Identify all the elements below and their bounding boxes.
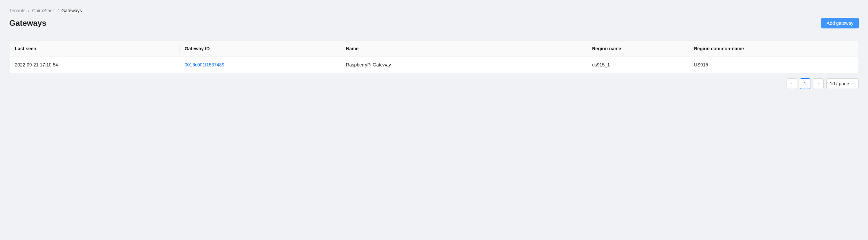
breadcrumb-separator: /	[57, 8, 59, 13]
breadcrumb-item-tenants[interactable]: Tenants	[9, 8, 26, 13]
table-row: 2022-09-21 17:10:54 0016c001f1537489 Ras…	[9, 57, 859, 73]
pagination-next-button[interactable]	[813, 78, 824, 89]
cell-last-seen: 2022-09-21 17:10:54	[9, 57, 179, 73]
pagination-prev-button[interactable]	[786, 78, 797, 89]
page-size-label: 10 / page	[830, 81, 849, 86]
add-gateway-button[interactable]: Add gateway	[821, 18, 859, 28]
breadcrumb-item-tenant[interactable]: ChirpStack	[32, 8, 55, 13]
column-header-name[interactable]: Name	[341, 41, 587, 57]
cell-gateway-id: 0016c001f1537489	[179, 57, 341, 73]
page-size-select[interactable]: 10 / page	[826, 78, 859, 89]
breadcrumb-separator: /	[28, 8, 29, 13]
gateways-table: Last seen Gateway ID Name Region name Re…	[9, 40, 859, 73]
cell-region-name: us915_1	[587, 57, 689, 73]
chevron-down-icon	[852, 82, 855, 85]
breadcrumb: Tenants / ChirpStack / Gateways	[9, 8, 859, 13]
column-header-region-common-name[interactable]: Region common-name	[689, 41, 859, 57]
cell-name: RaspberryPi Gateway	[341, 57, 587, 73]
column-header-last-seen[interactable]: Last seen	[9, 41, 179, 57]
chevron-right-icon	[817, 82, 820, 85]
cell-region-common-name: US915	[689, 57, 859, 73]
pagination: 1 10 / page	[9, 78, 859, 89]
column-header-gateway-id[interactable]: Gateway ID	[179, 41, 341, 57]
breadcrumb-item-current: Gateways	[61, 8, 82, 13]
column-header-region-name[interactable]: Region name	[587, 41, 689, 57]
page-title: Gateways	[9, 19, 46, 28]
pagination-page-1[interactable]: 1	[800, 78, 810, 89]
chevron-left-icon	[790, 82, 794, 85]
page-header: Gateways Add gateway	[9, 18, 859, 28]
gateway-id-link[interactable]: 0016c001f1537489	[185, 62, 224, 67]
